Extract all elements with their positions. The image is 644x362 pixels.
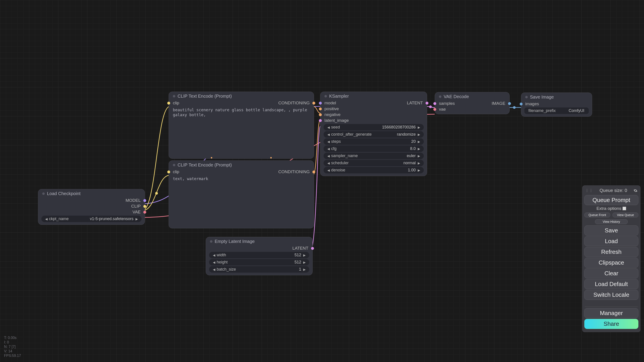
input-negative: negative (324, 112, 340, 117)
node-title: Save Image (530, 94, 554, 100)
node-empty-latent[interactable]: Empty Latent Image LATENT ◀width512▶ ◀he… (206, 237, 312, 275)
view-history-button[interactable]: View History (595, 219, 628, 224)
node-load-checkpoint[interactable]: Load Checkpoint MODEL CLIP VAE ◀ ckpt_na… (38, 189, 145, 225)
node-ksampler[interactable]: KSampler modelLATENT positive negative l… (320, 92, 427, 176)
chevron-right-icon[interactable]: ▶ (417, 126, 420, 129)
node-title: CLIP Text Encode (Prompt) (178, 162, 232, 168)
height-widget[interactable]: ◀height512▶ (209, 259, 309, 266)
chevron-left-icon[interactable]: ◀ (212, 253, 216, 257)
filename-prefix-label: filename_prefix (528, 108, 556, 113)
node-title: Load Checkpoint (47, 191, 80, 196)
chevron-right-icon[interactable]: ▶ (302, 268, 306, 271)
output-conditioning: CONDITIONING (278, 100, 310, 105)
scheduler-label: scheduler (330, 161, 348, 165)
node-save-image[interactable]: Save Image images filename_prefix ComfyU… (521, 92, 592, 117)
steps-widget[interactable]: ◀steps20▶ (324, 138, 424, 145)
input-model: model (324, 100, 336, 105)
width-widget[interactable]: ◀width512▶ (209, 252, 309, 258)
chevron-right-icon[interactable]: ▶ (417, 133, 420, 136)
height-value: 512 (294, 260, 302, 265)
sampler-name-widget[interactable]: ◀sampler_nameeuler▶ (324, 153, 424, 159)
save-button[interactable]: Save (584, 225, 638, 236)
chevron-right-icon[interactable]: ▶ (417, 147, 420, 151)
chevron-left-icon[interactable]: ◀ (327, 133, 330, 136)
node-clip-positive[interactable]: CLIP Text Encode (Prompt) clip CONDITION… (168, 92, 314, 159)
batch-size-label: batch_size (216, 267, 236, 272)
chevron-right-icon[interactable]: ▶ (302, 261, 306, 264)
scheduler-widget[interactable]: ◀schedulernormal▶ (324, 160, 424, 166)
share-button[interactable]: Share (584, 319, 638, 329)
control-panel[interactable]: ⋮⋮ Queue size: 0 Queue Prompt Extra opti… (582, 185, 640, 332)
view-queue-button[interactable]: View Queue (612, 213, 638, 217)
input-samples: samples (439, 101, 455, 106)
clipspace-button[interactable]: Clipspace (584, 258, 638, 268)
denoise-label: denoise (330, 168, 345, 173)
control-after-generate-widget[interactable]: ◀control_after_generaterandomize▶ (324, 131, 424, 138)
sampler-name-value: euler (407, 153, 417, 158)
input-clip: clip (173, 100, 179, 105)
load-default-button[interactable]: Load Default (584, 279, 638, 289)
node-clip-negative[interactable]: CLIP Text Encode (Prompt) clip CONDITION… (168, 160, 314, 228)
output-image: IMAGE (492, 101, 505, 106)
queue-size-label: Queue size: 0 (600, 188, 627, 193)
canvas-grid[interactable] (0, 0, 644, 362)
panel-divider (585, 307, 638, 307)
cfg-value: 8.0 (410, 146, 417, 151)
input-latent-image: latent_image (324, 118, 349, 123)
queue-prompt-button[interactable]: Queue Prompt (584, 195, 638, 205)
extra-options-label: Extra options (596, 206, 622, 211)
chevron-right-icon[interactable]: ▶ (135, 217, 138, 221)
output-model: MODEL (126, 198, 141, 203)
chevron-left-icon[interactable]: ◀ (327, 140, 330, 143)
chevron-right-icon[interactable]: ▶ (302, 253, 306, 257)
filename-prefix-widget[interactable]: filename_prefix ComfyUI (524, 107, 589, 114)
node-title: VAE Decode (444, 94, 469, 99)
output-clip: CLIP (131, 204, 141, 209)
clear-button[interactable]: Clear (584, 268, 638, 278)
chevron-left-icon[interactable]: ◀ (212, 268, 216, 271)
refresh-button[interactable]: Refresh (584, 247, 638, 257)
chevron-left-icon[interactable]: ◀ (212, 261, 216, 264)
input-clip: clip (173, 169, 179, 174)
drag-grip-icon[interactable]: ⋮⋮ (585, 188, 593, 193)
node-title: Empty Latent Image (215, 239, 255, 244)
seed-widget[interactable]: ◀seed156680208700286▶ (324, 124, 424, 130)
ckpt-name-value: v1-5-pruned.safetensors (90, 217, 135, 221)
width-value: 512 (294, 253, 302, 257)
steps-value: 20 (411, 139, 417, 144)
output-vae: VAE (132, 210, 141, 215)
queue-front-button[interactable]: Queue Front (584, 213, 610, 217)
output-latent: LATENT (292, 246, 308, 251)
chevron-left-icon[interactable]: ◀ (327, 126, 330, 129)
prompt-textarea[interactable]: text, watermark (173, 176, 310, 184)
chevron-left-icon[interactable]: ◀ (327, 168, 330, 172)
gear-icon[interactable] (634, 189, 638, 193)
prompt-textarea[interactable]: beautiful scenery nature glass bottle la… (173, 107, 310, 118)
manager-button[interactable]: Manager (584, 308, 638, 318)
batch-size-widget[interactable]: ◀batch_size1▶ (209, 266, 309, 273)
height-label: height (216, 260, 228, 265)
chevron-left-icon[interactable]: ◀ (327, 147, 330, 151)
input-images: images (525, 101, 539, 106)
cfg-label: cfg (330, 146, 336, 151)
seed-value: 156680208700286 (382, 125, 417, 130)
cfg-widget[interactable]: ◀cfg8.0▶ (324, 145, 424, 152)
load-button[interactable]: Load (584, 236, 638, 246)
seed-label: seed (330, 125, 340, 130)
denoise-widget[interactable]: ◀denoise1.00▶ (324, 167, 424, 173)
extra-options-checkbox[interactable] (622, 207, 626, 210)
chevron-left-icon[interactable]: ◀ (327, 154, 330, 158)
denoise-value: 1.00 (408, 168, 417, 173)
ckpt-name-widget[interactable]: ◀ ckpt_name v1-5-pruned.safetensors ▶ (41, 216, 142, 222)
output-latent: LATENT (407, 100, 423, 105)
node-vae-decode[interactable]: VAE Decode samplesIMAGE vae (435, 92, 510, 114)
chevron-right-icon[interactable]: ▶ (417, 140, 420, 143)
chevron-left-icon[interactable]: ◀ (44, 217, 48, 221)
chevron-right-icon[interactable]: ▶ (417, 154, 420, 158)
chevron-right-icon[interactable]: ▶ (417, 168, 420, 172)
debug-stats: T: 0.00s I: 0 N: 7 [7] V: 14 FPS:59.17 (4, 336, 21, 358)
switch-locale-button[interactable]: Switch Locale (584, 290, 638, 300)
chevron-left-icon[interactable]: ◀ (327, 161, 330, 165)
chevron-right-icon[interactable]: ▶ (417, 161, 420, 165)
batch-size-value: 1 (299, 267, 302, 272)
